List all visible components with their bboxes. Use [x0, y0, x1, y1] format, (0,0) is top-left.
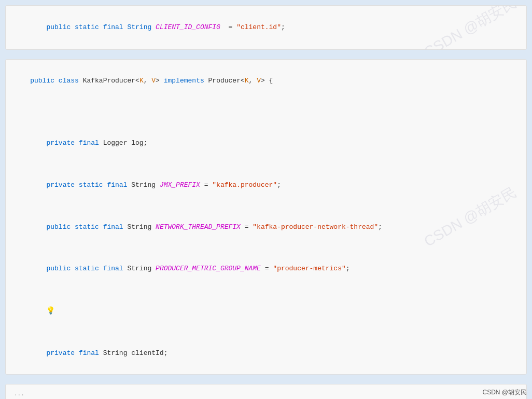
code-line	[14, 107, 518, 117]
code-line: public static final String NETWORK_THREA…	[14, 211, 518, 242]
code-line: public static final String CLIENT_ID_CON…	[14, 12, 518, 43]
code-block-2: CSDN @胡安民 public class KafkaProducer<K, …	[5, 59, 527, 375]
code-line: public static final String PRODUCER_METR…	[14, 253, 518, 284]
code-line: private static final String JMX_PREFIX =…	[14, 170, 518, 201]
code-line: public class KafkaProducer<K, V> impleme…	[14, 65, 518, 96]
code-line: ...	[14, 390, 518, 398]
code-block-3: CSDN @胡安民 ... 51 clientId = newSender(Lo…	[5, 384, 527, 399]
footer-text: CSDN @胡安民	[482, 389, 527, 396]
footer-bar: CSDN @胡安民	[477, 386, 532, 399]
code-line: private final String clientId;	[14, 338, 518, 369]
code-block-1: CSDN @胡安民 public static final String CLI…	[5, 5, 527, 50]
code-line: private final Logger log;	[14, 128, 518, 159]
code-line: 💡	[14, 295, 518, 327]
